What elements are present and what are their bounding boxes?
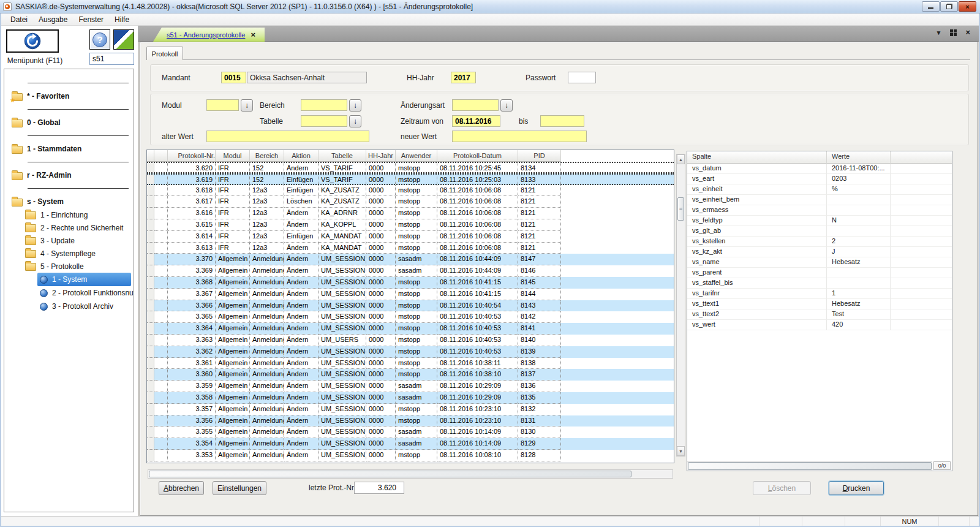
close-button[interactable]: ×	[959, 1, 976, 12]
tree-item[interactable]: 3 - Update	[23, 234, 131, 247]
details-row[interactable]: vs_einheit%	[687, 184, 952, 195]
menu-item-hilfe[interactable]: Hilfe	[109, 14, 135, 25]
tab-list-dropdown-icon[interactable]: ▼	[936, 29, 942, 36]
menu-item-ausgabe[interactable]: Ausgabe	[33, 14, 73, 25]
bereich-dropdown-button[interactable]: ↓	[349, 99, 361, 112]
scrollbar-thumb[interactable]	[688, 462, 932, 470]
menupunkt-button[interactable]	[6, 29, 59, 53]
table-row[interactable]: 3.360AllgemeinAnmeldungÄndernUM_SESSION0…	[147, 369, 674, 381]
details-row[interactable]: vs_staffel_bis	[687, 278, 952, 289]
table-row[interactable]: 3.355AllgemeinAnmeldungÄndernUM_SESSION0…	[147, 427, 674, 438]
table-row[interactable]: 3.362AllgemeinAnmeldungÄndernUM_SESSION0…	[147, 346, 674, 358]
abbrechen-button[interactable]: Abbrechen	[159, 481, 204, 495]
tab-protokoll[interactable]: Protokoll	[146, 47, 183, 60]
column-header[interactable]: Tabelle	[318, 150, 366, 162]
column-header[interactable]: Protokoll-Datum	[437, 150, 518, 162]
drucken-button[interactable]: Drucken	[829, 481, 884, 495]
table-row[interactable]: 3.618IFR12a3EinfügenKA_ZUSATZ0000mstopp0…	[147, 185, 674, 197]
details-row[interactable]: vs_kstellen2	[687, 237, 952, 247]
restore-button[interactable]	[940, 1, 958, 12]
scroll-down-icon[interactable]: ▼	[677, 446, 685, 456]
aenderungsart-field[interactable]	[452, 99, 499, 111]
einstellungen-button[interactable]: Einstellungen	[213, 481, 266, 495]
aenderungsart-dropdown-button[interactable]: ↓	[500, 99, 513, 112]
tab-aenderungsprotokolle[interactable]: s51 - Änderungsprotokolle ×	[153, 28, 265, 42]
table-row[interactable]: 3.358AllgemeinAnmeldungÄndernUM_SESSION0…	[147, 392, 674, 404]
modul-field[interactable]	[206, 99, 239, 111]
bis-field[interactable]	[540, 115, 584, 127]
column-header[interactable]: HH-Jahr	[366, 150, 396, 162]
column-header[interactable]: PID	[518, 150, 561, 162]
details-row[interactable]: vs_ttext2Test	[687, 309, 952, 320]
column-header[interactable]: Modul	[216, 150, 250, 162]
table-row[interactable]: 3.619IFR152EinfügenVS_TARIF0000mstopp08.…	[147, 173, 674, 185]
table-row[interactable]: 3.370AllgemeinAnmeldungÄndernUM_SESSION0…	[147, 254, 674, 265]
scroll-up-icon[interactable]: ▲	[677, 154, 685, 164]
table-row[interactable]: 3.615IFR12a3ÄndernKA_KOPPL0000mstopp08.1…	[147, 219, 674, 231]
menu-item-fenster[interactable]: Fenster	[73, 14, 109, 25]
scrollbar-thumb[interactable]: ≡	[677, 197, 684, 221]
details-row[interactable]: vs_parent	[687, 268, 952, 278]
scrollbar-thumb[interactable]	[149, 471, 631, 477]
tabstrip-close-icon[interactable]: ×	[965, 29, 970, 36]
tile-windows-icon[interactable]	[950, 29, 957, 36]
tree-item[interactable]: r - RZ-Admin	[9, 169, 131, 182]
tree-item[interactable]: 3 - Protokoll Archiv	[37, 300, 131, 313]
table-row[interactable]: 3.620IFR152ÄndernVS_TARIF0000mstopp08.11…	[147, 162, 674, 173]
table-row[interactable]: 3.616IFR12a3ÄndernKA_ADRNR0000mstopp08.1…	[147, 208, 674, 219]
tree-item[interactable]: 1 - Einrichtung	[23, 208, 131, 221]
details-row[interactable]: vs_ermaess	[687, 205, 952, 216]
tree-item[interactable]: 0 - Global	[9, 116, 131, 129]
table-horizontal-scrollbar[interactable]	[148, 469, 673, 479]
details-row[interactable]: vs_kz_aktJ	[687, 247, 952, 257]
loeschen-button[interactable]: Löschen	[753, 481, 811, 495]
table-row[interactable]: 3.614IFR12a3EinfügenKA_MANDAT0000mstopp0…	[147, 231, 674, 243]
zeitraum-von-field[interactable]	[452, 115, 500, 127]
details-column-header[interactable]: Werte	[827, 151, 891, 164]
table-row[interactable]: 3.369AllgemeinAnmeldungÄndernUM_SESSION0…	[147, 265, 674, 277]
column-header[interactable]: Anwender	[396, 150, 437, 162]
details-row[interactable]: vs_feldtypN	[687, 216, 952, 226]
details-row[interactable]: vs_einheit_bem	[687, 195, 952, 205]
details-column-header[interactable]: Spalte	[687, 151, 827, 164]
details-row[interactable]: vs_tarifnr1	[687, 289, 952, 299]
hh-jahr-field[interactable]	[451, 72, 476, 83]
vertical-scrollbar[interactable]: ▲ ≡ ▼	[676, 154, 685, 457]
tree-item[interactable]: s - System	[9, 195, 131, 208]
modul-dropdown-button[interactable]: ↓	[241, 99, 253, 112]
tree-item[interactable]: 2 - Protokoll Funktionsnutzung	[37, 286, 131, 300]
tabelle-dropdown-button[interactable]: ↓	[349, 115, 361, 127]
tree-item[interactable]: 2 - Rechte und Sicherheit	[23, 221, 131, 234]
column-header[interactable]: Bereich	[250, 150, 284, 162]
tree-item[interactable]: 1 - Stammdaten	[9, 142, 131, 156]
table-row[interactable]: 3.353AllgemeinAnmeldungÄndernUM_SESSION0…	[147, 450, 674, 461]
minimize-button[interactable]	[922, 1, 940, 12]
menu-code-input[interactable]	[89, 53, 134, 65]
bereich-field[interactable]	[301, 99, 347, 111]
details-row[interactable]: vs_glt_ab	[687, 226, 952, 237]
table-row[interactable]: 3.354AllgemeinAnmeldungÄndernUM_SESSION0…	[147, 438, 674, 450]
table-row[interactable]: 3.617IFR12a3LöschenKA_ZUSATZ0000mstopp08…	[147, 196, 674, 208]
table-row[interactable]: 3.361AllgemeinAnmeldungÄndernUM_SESSION0…	[147, 358, 674, 370]
table-row[interactable]: 3.366AllgemeinAnmeldungÄndernUM_SESSION0…	[147, 300, 674, 312]
table-row[interactable]: 3.364AllgemeinAnmeldungÄndernUM_SESSION0…	[147, 323, 674, 335]
table-row[interactable]: 3.357AllgemeinAnmeldungÄndernUM_SESSION0…	[147, 404, 674, 415]
menu-item-datei[interactable]: Datei	[5, 14, 33, 25]
table-row[interactable]: 3.613IFR12a3ÄndernKA_MANDAT0000mstopp08.…	[147, 243, 674, 254]
details-row[interactable]: vs_datum2016-11-08T00:...	[687, 164, 952, 174]
details-horizontal-scrollbar[interactable]	[687, 461, 932, 471]
details-row[interactable]: vs_wert420	[687, 320, 952, 330]
mandant-code-field[interactable]	[221, 72, 246, 83]
logo-button[interactable]	[113, 29, 134, 50]
alter-wert-field[interactable]	[206, 131, 369, 142]
passwort-field[interactable]	[568, 72, 596, 83]
details-row[interactable]: vs_ttext1Hebesatz	[687, 299, 952, 309]
table-row[interactable]: 3.356AllgemeinAnmeldungÄndernUM_SESSION0…	[147, 415, 674, 427]
table-row[interactable]: 3.368AllgemeinAnmeldungÄndernUM_SESSION0…	[147, 277, 674, 289]
column-header[interactable]: Aktion	[284, 150, 318, 162]
tabelle-field[interactable]	[301, 115, 347, 127]
details-row[interactable]: vs_eart0203	[687, 174, 952, 184]
tree-item[interactable]: 1 - System	[37, 273, 131, 286]
table-row[interactable]: 3.367AllgemeinAnmeldungÄndernUM_SESSION0…	[147, 289, 674, 300]
table-row[interactable]: 3.365AllgemeinAnmeldungÄndernUM_SESSION0…	[147, 311, 674, 323]
